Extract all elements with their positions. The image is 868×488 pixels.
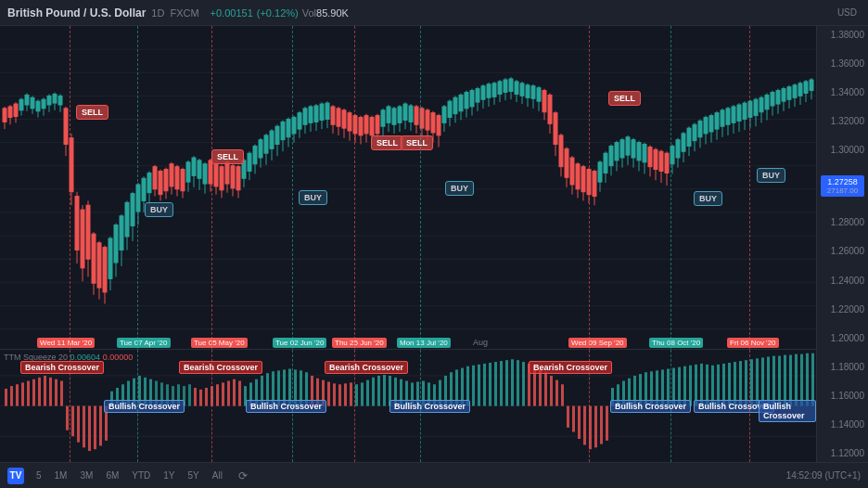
svg-rect-14	[3, 109, 6, 122]
svg-rect-399	[511, 359, 514, 405]
top-bar: British Pound / U.S. Dollar 1D FXCM +0.0…	[0, 0, 868, 26]
svg-rect-148	[376, 116, 379, 134]
tf-1m[interactable]: 1M	[50, 469, 72, 482]
source-label: FXCM	[170, 7, 198, 19]
ttm-vline-jul	[420, 350, 421, 462]
svg-rect-218	[570, 158, 574, 185]
svg-rect-372	[361, 382, 364, 405]
svg-rect-294	[782, 89, 785, 102]
svg-rect-318	[60, 380, 63, 405]
svg-rect-60	[131, 194, 134, 226]
svg-rect-108	[264, 135, 268, 153]
svg-rect-234	[615, 143, 619, 161]
vline-apr	[137, 26, 138, 349]
svg-rect-262	[693, 124, 696, 140]
svg-rect-96	[231, 166, 235, 188]
svg-rect-228	[598, 162, 602, 182]
svg-rect-321	[77, 405, 80, 442]
svg-rect-196	[509, 79, 513, 92]
svg-rect-46	[92, 234, 96, 283]
svg-rect-134	[337, 109, 340, 126]
pair-name: British Pound / U.S. Dollar	[7, 6, 146, 19]
bearish-xo-3: Bearish Crossover	[325, 361, 408, 374]
date-jul: Mon 13 Jul '20	[397, 338, 451, 347]
svg-rect-313	[32, 379, 35, 406]
tf-1y[interactable]: 1Y	[159, 469, 179, 482]
tf-5[interactable]: 5	[32, 469, 46, 482]
svg-rect-72	[164, 170, 168, 191]
price-scale: 1.38000 1.36000 1.34000 1.32000 1.30000 …	[816, 26, 868, 462]
ttm-vline-jun25	[354, 350, 355, 462]
svg-rect-452	[806, 353, 809, 406]
svg-rect-92	[220, 167, 223, 190]
svg-rect-54	[114, 225, 118, 263]
svg-rect-186	[481, 86, 485, 99]
svg-rect-84	[198, 161, 201, 178]
svg-rect-366	[327, 381, 330, 405]
svg-rect-308	[5, 389, 7, 406]
change-pct: (+0.12%)	[257, 7, 299, 19]
svg-rect-368	[338, 384, 341, 405]
svg-rect-272	[721, 110, 724, 126]
svg-rect-260	[687, 128, 691, 146]
svg-rect-82	[192, 158, 196, 175]
svg-rect-278	[737, 105, 741, 121]
bullish-xo-1: Bullish Crossover	[104, 400, 185, 413]
tf-6m[interactable]: 6M	[101, 469, 123, 482]
tf-3m[interactable]: 3M	[75, 469, 97, 482]
svg-rect-398	[505, 360, 508, 405]
svg-rect-401	[522, 362, 525, 406]
svg-rect-374	[372, 378, 375, 406]
svg-rect-226	[593, 172, 596, 197]
price-1.18: 1.18000	[821, 362, 864, 372]
svg-rect-188	[487, 84, 491, 97]
price-1.32: 1.32000	[821, 116, 864, 126]
svg-rect-114	[281, 122, 285, 139]
tf-ytd[interactable]: YTD	[127, 469, 155, 482]
tf-5y[interactable]: 5Y	[184, 469, 204, 482]
svg-rect-48	[97, 243, 101, 288]
svg-rect-232	[609, 146, 613, 165]
svg-rect-405	[544, 372, 547, 405]
svg-rect-246	[648, 147, 652, 166]
svg-rect-150	[381, 110, 385, 126]
svg-rect-304	[810, 80, 813, 91]
svg-rect-206	[537, 88, 541, 101]
replay-icon[interactable]: ⟳	[238, 469, 248, 482]
svg-rect-172	[442, 107, 446, 122]
svg-rect-350	[238, 380, 241, 405]
svg-rect-376	[383, 375, 386, 406]
signal-buy-1: BUY	[145, 202, 173, 217]
svg-rect-202	[526, 85, 530, 98]
date-jun2: Tue 02 Jun '20	[273, 338, 326, 347]
signal-buy-3: BUY	[445, 181, 474, 196]
svg-rect-441	[745, 360, 747, 405]
svg-rect-52	[108, 238, 112, 278]
date-may: Tue 05 May '20	[191, 338, 248, 347]
tf-all[interactable]: All	[208, 469, 227, 482]
date-aug: Aug	[473, 338, 488, 347]
svg-rect-22	[25, 95, 29, 105]
svg-rect-397	[500, 361, 503, 405]
svg-rect-240	[632, 140, 635, 158]
svg-rect-120	[298, 113, 301, 129]
svg-rect-78	[181, 170, 185, 191]
svg-rect-395	[489, 363, 491, 406]
svg-rect-116	[287, 119, 290, 136]
timeframe-label: 1D	[151, 7, 164, 19]
svg-rect-416	[606, 405, 608, 440]
svg-rect-290	[771, 92, 774, 105]
signal-sell-4: SELL	[401, 135, 433, 150]
svg-rect-138	[348, 113, 351, 131]
vline-jun2	[292, 26, 293, 349]
bullish-xo-2: Bullish Crossover	[246, 400, 326, 413]
vline-mar	[70, 26, 70, 349]
svg-rect-222	[581, 167, 585, 192]
svg-rect-80	[186, 162, 190, 182]
svg-rect-448	[784, 354, 786, 405]
ttm-vline-may	[211, 350, 212, 462]
ttm-vline-apr	[137, 350, 138, 462]
svg-rect-204	[531, 86, 535, 99]
svg-rect-242	[637, 143, 641, 161]
price-1.20: 1.20000	[821, 333, 864, 343]
